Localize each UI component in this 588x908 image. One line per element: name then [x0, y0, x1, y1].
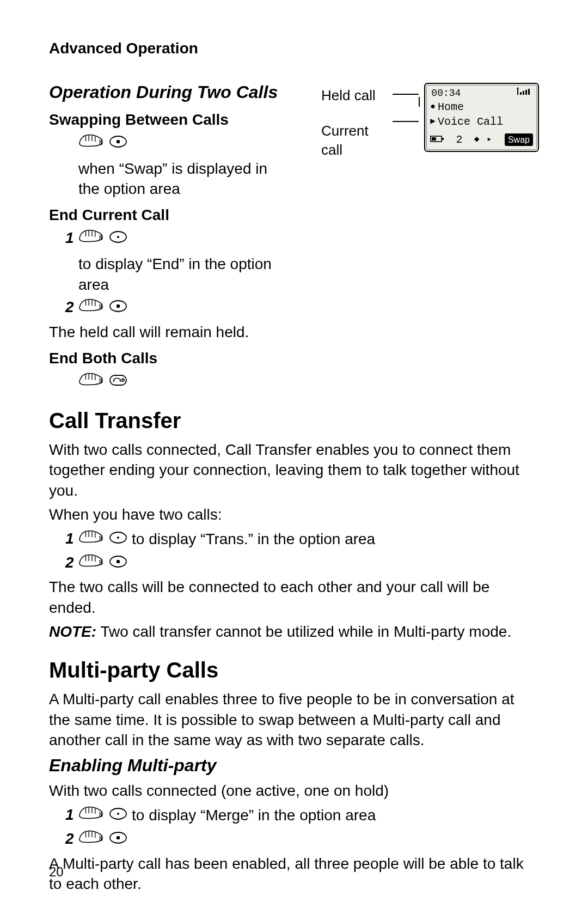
step-number: 1: [65, 228, 78, 248]
mp-result: A Multi-party call has been enabled, all…: [49, 854, 539, 895]
select-key-icon: [109, 297, 127, 318]
swap-chip: Swap: [505, 133, 533, 147]
screen-current-name: Voice Call: [438, 114, 503, 129]
bullet-icon: ●: [430, 101, 436, 113]
current-call-label: Current call: [321, 121, 387, 160]
call-transfer-when: When you have two calls:: [49, 504, 539, 525]
end-current-step1-text: to display “End” in the option area: [78, 254, 274, 295]
triangle-icon: ▶: [430, 116, 436, 128]
step-number: 2: [65, 828, 78, 849]
press-hand-icon: [78, 132, 105, 154]
call-count: 2: [456, 132, 463, 147]
end-both-title: End Both Calls: [49, 348, 539, 369]
ct-result: The two calls will be connected to each …: [49, 577, 539, 618]
leader-line-icon: [393, 89, 419, 100]
select-key-icon: [109, 133, 127, 154]
press-hand-icon: [78, 371, 105, 393]
phone-screen: 00:34 ●Home ▶Voice Call 2 ◆ ▸ Swap: [424, 83, 539, 152]
navigate-key-icon: [109, 805, 127, 826]
mp-intro: A Multi-party call enables three to five…: [49, 689, 539, 751]
step-number: 1: [65, 528, 78, 549]
call-transfer-title: Call Transfer: [49, 406, 539, 435]
press-hand-icon: [78, 528, 105, 550]
page-number: 20: [49, 863, 64, 881]
note-label: NOTE:: [49, 623, 96, 640]
battery-icon: [430, 132, 444, 147]
end-key-icon: [109, 371, 127, 392]
mp-enable-intro: With two calls connected (one active, on…: [49, 781, 539, 801]
leader-line-icon: [393, 117, 419, 127]
note-body: Two call transfer cannot be utilized whi…: [96, 623, 511, 640]
step-number: 1: [65, 805, 78, 825]
ct-note: NOTE: Two call transfer cannot be utiliz…: [49, 621, 539, 642]
mp-enable-title: Enabling Multi-party: [49, 754, 539, 777]
navigate-key-icon: [109, 529, 127, 550]
select-key-icon: [109, 553, 127, 574]
press-hand-icon: [78, 228, 105, 249]
navigate-key-icon: [109, 228, 127, 249]
step-number: 2: [65, 552, 78, 573]
end-current-title: End Current Call: [49, 205, 539, 226]
press-hand-icon: [78, 297, 105, 319]
press-hand-icon: [78, 552, 105, 574]
call-screen-figure: Held call Current call 00:34 ●Home ▶Voic…: [321, 81, 539, 160]
screen-time: 00:34: [431, 87, 461, 100]
select-key-icon: [109, 829, 127, 850]
step-number: 2: [65, 297, 78, 318]
multiparty-title: Multi-party Calls: [49, 655, 539, 685]
arrows-icon: ◆ ▸: [474, 134, 493, 146]
page-header: Advanced Operation: [49, 38, 539, 59]
signal-icon: [517, 87, 532, 100]
held-remain-text: The held call will remain held.: [49, 322, 539, 343]
swapping-text: when “Swap” is displayed in the option a…: [78, 159, 274, 200]
press-hand-icon: [78, 828, 105, 850]
call-transfer-intro: With two calls connected, Call Transfer …: [49, 440, 539, 501]
held-call-label: Held call: [321, 86, 387, 105]
press-hand-icon: [78, 805, 105, 826]
screen-held-name: Home: [438, 100, 464, 114]
ct-step1-text: to display “Trans.” in the option area: [132, 529, 375, 550]
mp-step1-text: to display “Merge” in the option area: [132, 805, 376, 826]
